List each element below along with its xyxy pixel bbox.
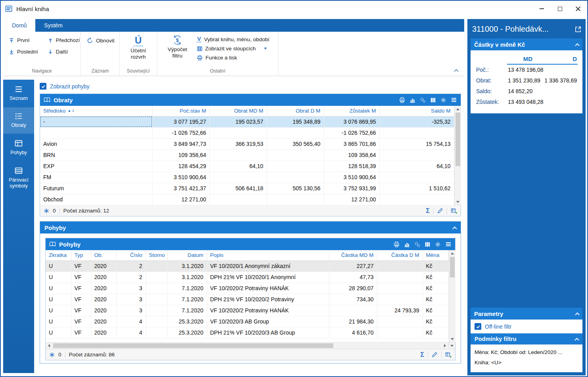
select-book-button[interactable]: V Vybrat knihu, měnu, období xyxy=(194,35,272,44)
scroll-down-button[interactable] xyxy=(455,199,461,205)
next-button[interactable]: Další xyxy=(45,47,83,56)
chart-of-accounts-button[interactable]: Ú Účetní rozvrh xyxy=(123,34,154,61)
parameters-panel-header[interactable]: Parametry xyxy=(471,308,582,320)
table-cell[interactable]: Kč xyxy=(423,272,448,283)
show-in-columns-dropdown[interactable] xyxy=(264,48,267,50)
edit-icon[interactable] xyxy=(437,208,443,214)
scrollbar-thumb[interactable] xyxy=(450,257,455,277)
table-cell[interactable]: 4 xyxy=(116,327,146,338)
table-cell[interactable]: -1 026 752,66 xyxy=(152,127,209,138)
freeze-rows-icon[interactable] xyxy=(44,208,49,214)
sidebar-item-parovaci-symboly[interactable]: Párovací symboly xyxy=(3,162,34,194)
freeze-rows-icon[interactable] xyxy=(49,352,55,358)
table-cell[interactable]: 109 358,64 xyxy=(152,149,209,161)
offline-filter-checkbox[interactable] xyxy=(475,323,481,330)
sidebar-item-pohyby[interactable]: Pohyby xyxy=(3,134,34,161)
table-cell[interactable]: 3.1.2020 xyxy=(167,260,207,272)
table-cell[interactable]: 506 641,18 xyxy=(209,183,267,194)
scroll-up-button[interactable] xyxy=(449,250,455,256)
table-row[interactable]: UVF202037.1.2020DPH 21% VF 10/2020/2 Pot… xyxy=(46,294,448,305)
table-cell[interactable] xyxy=(379,127,454,138)
sum-icon[interactable]: Σ xyxy=(426,208,430,214)
previous-button[interactable]: Předchozí xyxy=(45,36,83,45)
table-cell[interactable]: Kč xyxy=(423,305,448,316)
table-cell[interactable]: 2020 xyxy=(91,316,116,327)
table-cell[interactable] xyxy=(377,327,423,338)
table-cell[interactable]: 2020 xyxy=(91,327,116,338)
table-cell[interactable]: Kč xyxy=(423,283,448,294)
table-row[interactable]: BRN109 358,64109 358,64 xyxy=(40,149,454,161)
collapse-chevron[interactable] xyxy=(575,338,579,342)
table-cell[interactable]: 64,10 xyxy=(209,161,267,172)
column-header[interactable]: Typ xyxy=(71,250,91,260)
table-row[interactable]: Futurum3 751 421,37506 641,18505 130,563… xyxy=(40,183,454,194)
settings-gear-icon[interactable] xyxy=(440,97,446,103)
table-cell[interactable]: 1 510,62 xyxy=(379,183,454,194)
table-cell[interactable]: 25.3.2020 xyxy=(167,327,207,338)
scroll-right-button[interactable] xyxy=(442,343,448,349)
table-row[interactable]: -1 026 752,66-1 026 752,66 xyxy=(40,127,454,138)
table-cell[interactable]: Futurum xyxy=(40,183,152,194)
table-cell[interactable]: VF xyxy=(71,305,91,316)
menu-icon[interactable] xyxy=(445,241,452,247)
refresh-button[interactable]: Obnovit xyxy=(84,36,117,46)
table-cell[interactable]: VF xyxy=(71,283,91,294)
table-cell[interactable]: 3 xyxy=(116,294,146,305)
tab-domu[interactable]: Domů xyxy=(3,19,35,32)
table-cell[interactable]: 3 752 931,99 xyxy=(324,183,379,194)
show-movements-row[interactable]: Zobrazit pohyby xyxy=(40,83,461,90)
table-cell[interactable] xyxy=(146,283,167,294)
table-cell[interactable]: 2020 xyxy=(91,305,116,316)
table-cell[interactable] xyxy=(267,149,324,161)
scroll-up-button[interactable] xyxy=(455,106,461,112)
filter-calc-button[interactable]: $ Výpočet filtru xyxy=(160,34,194,60)
table-cell[interactable]: 734,30 xyxy=(329,294,377,305)
table-cell[interactable]: U xyxy=(46,260,71,272)
table-cell[interactable]: 12 271,00 xyxy=(324,194,379,205)
table-cell[interactable]: 2 xyxy=(116,272,146,283)
table-cell[interactable]: VF xyxy=(71,294,91,305)
table-cell[interactable]: 7.1.2020 xyxy=(167,294,207,305)
table-cell[interactable]: 3 849 947,73 xyxy=(152,138,209,149)
menu-icon[interactable] xyxy=(451,97,457,103)
column-header[interactable]: Poč.stav M xyxy=(152,106,209,116)
table-cell[interactable] xyxy=(146,316,167,327)
table-cell[interactable]: 195 348,89 xyxy=(267,116,324,127)
column-header[interactable]: Částka MD M xyxy=(329,250,377,260)
table-cell[interactable]: VF xyxy=(71,327,91,338)
table-row[interactable]: UVF202037.1.2020VF 10/2020/2 Potraviny H… xyxy=(46,305,448,316)
table-cell[interactable] xyxy=(377,260,423,272)
sidebar-item-seznam[interactable]: Seznam xyxy=(3,80,34,107)
table-cell[interactable]: VF 10/2020/1 Anonymní zákazní xyxy=(207,260,329,272)
grid-add-icon[interactable] xyxy=(445,352,452,358)
show-in-columns-button[interactable]: Zobrazit ve sloupcích xyxy=(194,44,258,53)
table-cell[interactable] xyxy=(377,272,423,283)
sidebar-item-obraty[interactable]: Obraty xyxy=(3,107,34,134)
table-row[interactable]: UVF202023.1.2020DPH 21% VF 10/2020/1 Ano… xyxy=(46,272,448,283)
offline-filter-row[interactable]: Off-line filtr xyxy=(471,320,582,333)
table-cell[interactable]: 28 290,07 xyxy=(329,283,377,294)
table-row[interactable]: EXP128 454,2964,10128 518,3964,10 xyxy=(40,161,454,172)
table-cell[interactable] xyxy=(40,127,152,138)
table-cell[interactable]: -1 026 752,66 xyxy=(324,127,379,138)
table-cell[interactable]: 3 xyxy=(116,305,146,316)
table-cell[interactable]: VF 10/2020/2 Potraviny HANÁK xyxy=(207,305,329,316)
edit-icon[interactable] xyxy=(432,352,438,358)
table-cell[interactable] xyxy=(209,127,267,138)
table-cell[interactable]: 2020 xyxy=(91,283,116,294)
table-row[interactable]: UVF2020425.3.2020VF 10/2020/3 AB Group21… xyxy=(46,316,448,327)
gears-icon[interactable] xyxy=(420,97,426,103)
table-cell[interactable]: U xyxy=(46,272,71,283)
columns-icon[interactable] xyxy=(430,97,436,103)
table-cell[interactable]: Kč xyxy=(423,316,448,327)
table-cell[interactable] xyxy=(377,283,423,294)
table-cell[interactable]: 109 358,64 xyxy=(324,149,379,161)
table-cell[interactable]: VF xyxy=(71,316,91,327)
table-cell[interactable]: 2 xyxy=(116,260,146,272)
table-cell[interactable]: U xyxy=(46,294,71,305)
column-header[interactable]: Obrat D M xyxy=(267,106,324,116)
grid-add-icon[interactable] xyxy=(451,208,457,214)
table-cell[interactable] xyxy=(379,172,454,183)
table-cell[interactable] xyxy=(209,149,267,161)
table-cell[interactable]: 195 023,57 xyxy=(209,116,267,127)
